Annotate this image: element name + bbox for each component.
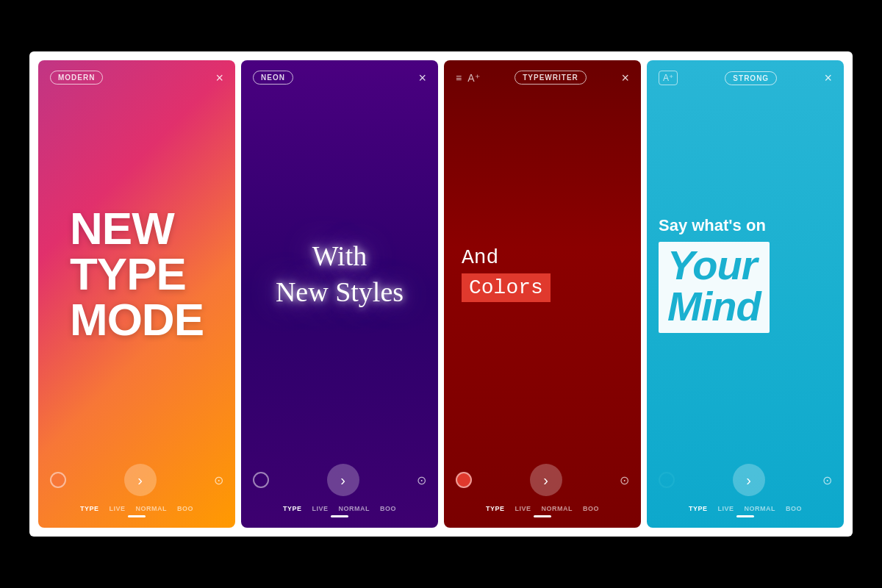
nav-boo-strong[interactable]: BOO: [786, 505, 802, 512]
nav-tabs-neon: TYPE LIVE NORMAL BOO: [253, 505, 426, 512]
chevron-right-icon: ›: [340, 472, 345, 489]
nav-boo-typewriter[interactable]: BOO: [583, 505, 599, 512]
footer-controls-strong: › ⊙: [659, 464, 832, 496]
nav-type-strong[interactable]: TYPE: [689, 505, 708, 512]
nav-live-strong[interactable]: LIVE: [717, 505, 734, 512]
chevron-right-icon: ›: [137, 472, 143, 489]
card-content-modern: NEW TYPE MODE: [38, 92, 235, 456]
card-footer-typewriter: › ⊙ TYPE LIVE NORMAL BOO: [444, 456, 641, 528]
nav-boo-neon[interactable]: BOO: [380, 505, 396, 512]
typewriter-colors-text: Colors: [462, 273, 551, 302]
color-dot-modern[interactable]: [50, 472, 66, 488]
color-dot-typewriter[interactable]: [456, 472, 472, 488]
phone-card-modern: MODERN × NEW TYPE MODE › ⊙ TYPE LIVE NOR…: [38, 60, 235, 528]
next-button-strong[interactable]: ›: [733, 464, 765, 496]
nav-tabs-typewriter: TYPE LIVE NORMAL BOO: [456, 505, 629, 512]
nav-boo-modern[interactable]: BOO: [177, 505, 193, 512]
card-content-typewriter: And Colors: [444, 92, 641, 456]
color-dot-neon[interactable]: [253, 472, 269, 488]
next-button-typewriter[interactable]: ›: [530, 464, 562, 496]
text-size-icon-typewriter: A⁺: [467, 72, 479, 84]
modern-main-text: NEW TYPE MODE: [70, 206, 204, 343]
card-footer-strong: › ⊙ TYPE LIVE NORMAL BOO: [647, 456, 844, 528]
style-badge-neon: NEON: [253, 71, 293, 85]
chevron-right-icon: ›: [543, 472, 548, 489]
nav-live-modern[interactable]: LIVE: [109, 505, 125, 512]
close-button-strong[interactable]: ×: [824, 71, 832, 85]
camera-icon-modern: ⊙: [214, 473, 223, 487]
card-header-modern: MODERN ×: [38, 60, 235, 92]
nav-tabs-strong: TYPE LIVE NORMAL BOO: [659, 505, 832, 512]
card-header-neon: NEON ×: [241, 60, 438, 92]
card-footer-modern: › ⊙ TYPE LIVE NORMAL BOO: [38, 456, 235, 528]
nav-normal-modern[interactable]: NORMAL: [136, 505, 168, 512]
nav-tabs-modern: TYPE LIVE NORMAL BOO: [50, 505, 223, 512]
card-header-typewriter: ≡ A⁺ TYPEWRITER ×: [444, 60, 641, 92]
nav-normal-typewriter[interactable]: NORMAL: [542, 505, 573, 512]
neon-main-text: With New Styles: [276, 238, 404, 311]
nav-live-typewriter[interactable]: LIVE: [514, 505, 531, 512]
style-badge-strong: STRONG: [725, 71, 777, 85]
footer-controls-neon: › ⊙: [253, 464, 426, 496]
card-content-strong: Say what's on Your Mind: [647, 93, 844, 456]
nav-type-typewriter[interactable]: TYPE: [486, 505, 505, 512]
camera-icon-neon: ⊙: [417, 473, 426, 487]
nav-type-modern[interactable]: TYPE: [80, 505, 99, 512]
phone-card-strong: A⁺ STRONG × Say what's on Your Mind › ⊙: [647, 60, 844, 528]
strong-say-text: Say what's on: [659, 216, 766, 235]
nav-normal-strong[interactable]: NORMAL: [745, 505, 776, 512]
close-button-modern[interactable]: ×: [215, 71, 223, 85]
footer-controls-modern: › ⊙: [50, 464, 223, 496]
card-header-strong: A⁺ STRONG ×: [647, 60, 844, 93]
nav-live-neon[interactable]: LIVE: [312, 505, 328, 512]
close-button-neon[interactable]: ×: [418, 71, 426, 85]
camera-icon-strong: ⊙: [822, 473, 832, 487]
style-badge-typewriter: TYPEWRITER: [514, 71, 587, 85]
nav-normal-neon[interactable]: NORMAL: [339, 505, 370, 512]
card-footer-neon: › ⊙ TYPE LIVE NORMAL BOO: [241, 456, 438, 528]
card-content-neon: With New Styles: [241, 92, 438, 456]
nav-indicator-strong: [736, 515, 754, 517]
strong-highlight-box: Your Mind: [659, 242, 770, 333]
text-size-icon-strong: A⁺: [659, 71, 678, 85]
style-badge-modern: MODERN: [50, 71, 103, 85]
nav-indicator-typewriter: [534, 515, 551, 517]
nav-indicator-neon: [331, 515, 348, 517]
phone-card-typewriter: ≡ A⁺ TYPEWRITER × And Colors › ⊙ TYPE LI…: [444, 60, 641, 528]
typewriter-and-text: And: [462, 246, 498, 269]
strong-your-mind-text: Your Mind: [667, 245, 761, 327]
menu-icon-typewriter: ≡: [456, 72, 462, 84]
footer-controls-typewriter: › ⊙: [456, 464, 629, 496]
nav-type-neon[interactable]: TYPE: [283, 505, 302, 512]
phone-card-neon: NEON × With New Styles › ⊙ TYPE LIVE NOR…: [241, 60, 438, 528]
next-button-neon[interactable]: ›: [327, 464, 359, 496]
nav-indicator-modern: [128, 515, 146, 517]
camera-icon-typewriter: ⊙: [620, 473, 629, 487]
next-button-modern[interactable]: ›: [124, 464, 157, 496]
chevron-right-icon: ›: [746, 472, 751, 489]
color-dot-strong[interactable]: [659, 472, 675, 488]
typewriter-extra-icons: ≡ A⁺: [456, 72, 480, 84]
main-container: MODERN × NEW TYPE MODE › ⊙ TYPE LIVE NOR…: [29, 51, 853, 537]
close-button-typewriter[interactable]: ×: [621, 71, 629, 85]
